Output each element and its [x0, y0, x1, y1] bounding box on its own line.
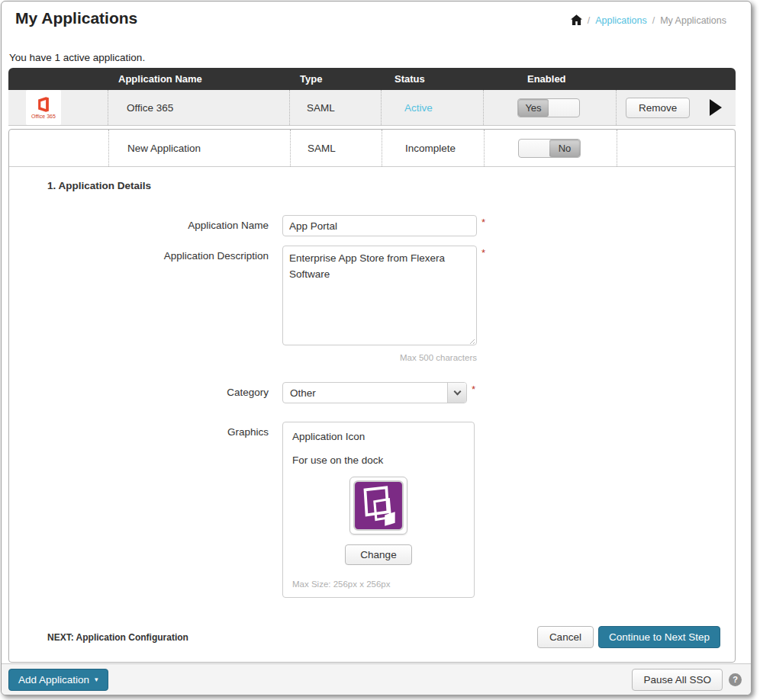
header-actions-spacer: [616, 68, 736, 90]
toggle-off-segment[interactable]: [549, 99, 579, 117]
office-365-icon: [35, 96, 52, 113]
status-active-label: Active: [404, 102, 433, 114]
chevron-down-icon: [453, 387, 461, 395]
application-description-label: Application Description: [9, 246, 282, 362]
category-select[interactable]: Other: [282, 382, 467, 403]
application-description-row: Application Description Enterprise App S…: [9, 246, 735, 362]
actions-cell: Remove: [616, 90, 736, 125]
category-label: Category: [9, 382, 282, 403]
toggle-no-segment[interactable]: No: [549, 140, 580, 157]
required-asterisk: *: [472, 384, 475, 403]
breadcrumb-separator: /: [588, 15, 590, 26]
enabled-toggle-no[interactable]: No: [518, 139, 581, 158]
footer-bar: Add Application ▾ Pause All SSO ?: [2, 663, 751, 695]
required-asterisk: *: [481, 217, 485, 236]
table-row-office-365[interactable]: Office 365 Office 365 SAML Active Yes Re…: [8, 90, 736, 126]
breadcrumb: / Applications / My Applications: [571, 15, 726, 26]
application-icon-title: Application Icon: [292, 431, 465, 442]
applications-table: Application Name Type Status Enabled Off…: [8, 68, 736, 126]
office-365-caption: Office 365: [31, 114, 56, 119]
application-name-input[interactable]: [282, 215, 477, 236]
add-application-label: Add Application: [18, 674, 89, 686]
active-application-summary: You have 1 active application.: [9, 52, 145, 63]
header-icon-spacer: [8, 68, 108, 90]
graphics-box: Application Icon For use on the dock Cha…: [282, 422, 475, 598]
caret-down-icon: ▾: [95, 676, 98, 683]
app-icon-cell-empty: [9, 130, 108, 166]
remove-button[interactable]: Remove: [626, 98, 690, 118]
page-title: My Applications: [15, 9, 137, 27]
enabled-cell: Yes: [483, 90, 616, 125]
home-icon[interactable]: [571, 14, 582, 25]
header-type: Type: [289, 68, 381, 90]
graphics-label: Graphics: [9, 422, 282, 598]
enabled-cell: No: [484, 130, 617, 166]
app-name: New Application: [108, 130, 290, 166]
cancel-button[interactable]: Cancel: [537, 626, 594, 648]
pause-all-sso-button[interactable]: Pause All SSO: [632, 669, 723, 691]
app-type: SAML: [290, 130, 382, 166]
page: My Applications / Applications / My Appl…: [1, 1, 752, 695]
breadcrumb-link-applications[interactable]: Applications: [595, 15, 646, 26]
required-asterisk: *: [481, 247, 485, 362]
continue-button[interactable]: Continue to Next Step: [598, 626, 720, 648]
actions-cell-empty: [617, 130, 735, 166]
table-header-row: Application Name Type Status Enabled: [8, 68, 736, 90]
select-dropdown-button[interactable]: [447, 383, 466, 403]
header-application-name: Application Name: [108, 68, 289, 90]
app-type: SAML: [289, 90, 381, 125]
app-icon-cell: Office 365: [8, 90, 108, 125]
graphics-row: Graphics Application Icon For use on the…: [9, 422, 735, 598]
app-portal-icon: [349, 477, 407, 535]
form-actions-row: NEXT: Application Configuration Cancel C…: [47, 626, 720, 648]
category-selected-value: Other: [283, 387, 447, 399]
dock-usage-note: For use on the dock: [292, 454, 465, 466]
header-enabled: Enabled: [483, 68, 616, 90]
header-status: Status: [381, 68, 483, 90]
section-title-application-details: 1. Application Details: [47, 180, 735, 191]
next-step-hint: NEXT: Application Configuration: [47, 632, 188, 643]
max-characters-hint: Max 500 characters: [282, 353, 477, 362]
add-application-button[interactable]: Add Application ▾: [8, 669, 108, 691]
change-icon-button[interactable]: Change: [345, 544, 411, 565]
expand-arrow-icon[interactable]: [710, 99, 722, 116]
toggle-yes-segment[interactable]: Yes: [518, 99, 549, 117]
breadcrumb-current: My Applications: [660, 15, 726, 26]
application-description-textarea[interactable]: Enterprise App Store from Flexera Softwa…: [282, 246, 477, 345]
table-row-new-application[interactable]: New Application SAML Incomplete No: [9, 130, 735, 167]
max-size-hint: Max Size: 256px x 256px: [292, 580, 465, 589]
help-icon[interactable]: ?: [729, 673, 742, 686]
app-status: Active: [381, 90, 483, 125]
toggle-off-segment[interactable]: [519, 140, 549, 157]
breadcrumb-separator: /: [652, 15, 655, 26]
category-row: Category Other *: [9, 382, 735, 403]
application-name-row: Application Name *: [9, 215, 735, 236]
description-control: Enterprise App Store from Flexera Softwa…: [282, 246, 477, 362]
enabled-toggle-yes[interactable]: Yes: [517, 98, 580, 117]
app-status: Incomplete: [382, 130, 484, 166]
new-application-panel: New Application SAML Incomplete No 1. Ap…: [8, 129, 736, 663]
application-name-label: Application Name: [9, 215, 282, 236]
app-name: Office 365: [108, 90, 289, 125]
office-365-logo: Office 365: [26, 90, 61, 125]
